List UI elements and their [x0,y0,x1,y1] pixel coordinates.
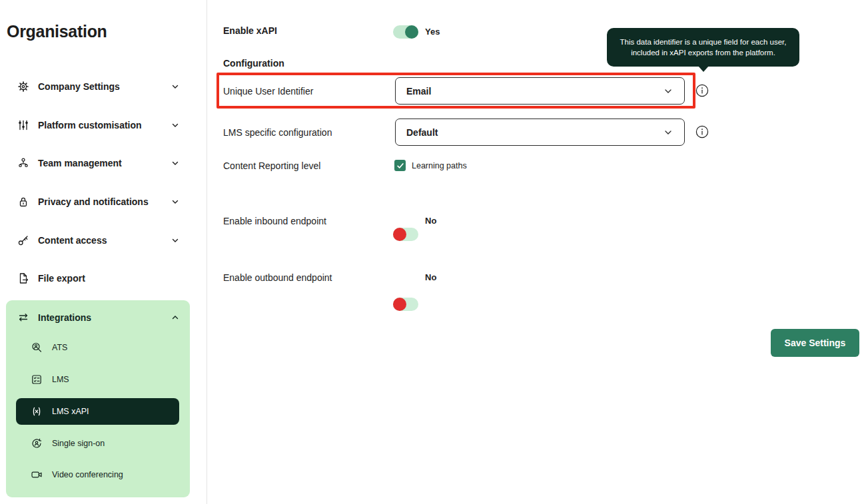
chevron-down-icon [171,121,180,130]
unique-user-identifier-label: Unique User Identifier [223,85,313,98]
gear-icon [17,81,29,93]
sidebar-item-lms-xapi[interactable]: LMS xAPI [16,398,179,425]
chevron-up-icon [171,313,180,322]
enable-xapi-toggle[interactable] [393,25,418,39]
toggle-knob [405,25,418,39]
configuration-heading: Configuration [223,57,284,70]
sidebar: Organisation Company Settings [0,0,207,504]
sidebar-item-company-settings[interactable]: Company Settings [0,75,207,99]
sidebar-item-label: Team management [38,158,122,168]
sidebar-item-file-export[interactable]: File export [0,266,207,290]
sliders-icon [17,119,29,131]
dropdown-value: Default [406,127,438,138]
sidebar-divider [207,0,207,504]
sidebar-item-ats[interactable]: ATS [6,337,190,358]
enable-xapi-value: Yes [425,27,440,37]
learning-paths-label: Learning paths [412,160,467,171]
sidebar-item-integrations[interactable]: Integrations [6,307,190,328]
inbound-endpoint-value: No [425,216,436,226]
save-settings-button[interactable]: Save Settings [771,329,859,357]
video-camera-icon [31,469,43,481]
chevron-down-icon [171,197,180,206]
swap-arrows-icon [17,312,29,324]
chevron-down-icon [171,82,180,91]
file-export-icon [17,272,29,284]
sidebar-item-label: Privacy and notifications [38,196,149,207]
tooltip-text: This data identifier is a unique field f… [616,37,790,58]
info-icon[interactable] [695,84,709,97]
outbound-endpoint-value: No [425,272,436,283]
sidebar-item-label: Integrations [38,312,91,323]
sidebar-item-label: Company Settings [38,81,120,92]
toggle-knob [393,298,406,311]
lock-icon [17,196,29,208]
content-reporting-label: Content Reporting level [223,159,320,172]
chevron-down-icon [171,236,180,245]
sidebar-item-content-access[interactable]: Content access [0,228,207,252]
learning-paths-checkbox[interactable] [394,160,406,171]
chevron-down-icon [171,158,180,168]
sidebar-subitem-label: LMS [52,375,69,384]
checklist-icon [31,374,43,385]
lms-specific-configuration-dropdown[interactable]: Default [395,119,685,146]
sidebar-item-lms[interactable]: LMS [6,369,190,390]
sidebar-subitem-label: ATS [52,343,67,352]
team-hierarchy-icon [17,157,29,169]
tooltip: This data identifier is a unique field f… [607,28,799,67]
lms-specific-configuration-label: LMS specific configuration [223,126,332,139]
unique-user-identifier-dropdown[interactable]: Email [395,77,685,105]
outbound-endpoint-label: Enable outbound endpoint [223,271,332,284]
info-icon[interactable] [695,125,709,138]
magnifier-person-icon [31,342,43,354]
check-icon [396,162,404,170]
outbound-endpoint-toggle[interactable] [393,298,418,311]
sidebar-subitem-label: LMS xAPI [52,407,89,416]
sidebar-item-team-management[interactable]: Team management [0,151,207,175]
dropdown-value: Email [406,86,431,97]
sidebar-item-label: Platform customisation [38,120,142,130]
key-icon [17,234,29,246]
sidebar-item-single-sign-on[interactable]: Single sign-on [6,433,190,454]
organisation-settings-page: Organisation Company Settings [0,0,866,504]
sidebar-item-video-conferencing[interactable]: Video conferencing [6,464,190,485]
chevron-down-icon [663,127,673,138]
sidebar-item-label: Content access [38,235,107,246]
inbound-endpoint-toggle[interactable] [393,228,418,241]
person-refresh-icon [31,437,43,449]
x-brackets-icon [31,405,43,417]
sidebar-item-platform-customisation[interactable]: Platform customisation [0,113,207,137]
chevron-down-icon [663,86,673,97]
sidebar-subitem-label: Single sign-on [52,439,105,448]
inbound-endpoint-label: Enable inbound endpoint [223,214,326,228]
sidebar-item-privacy-notifications[interactable]: Privacy and notifications [0,190,207,214]
enable-xapi-label: Enable xAPI [223,24,277,37]
sidebar-item-label: File export [38,273,85,284]
integrations-section: Integrations ATS [6,300,190,497]
sidebar-subitem-label: Video conferencing [52,470,123,479]
page-title: Organisation [7,22,107,41]
toggle-knob [393,228,406,241]
